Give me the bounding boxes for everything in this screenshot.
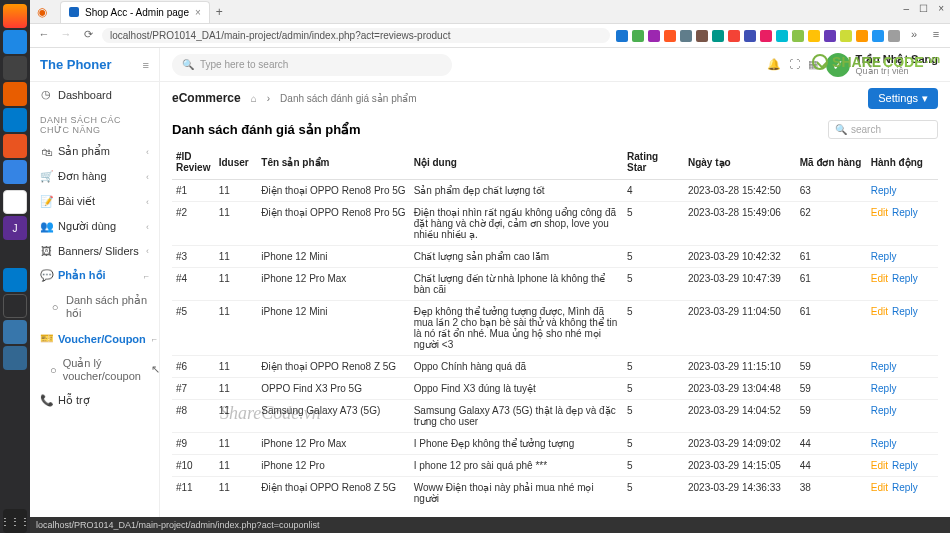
home-icon[interactable]: ⌂ — [251, 93, 257, 104]
launcher-generic-icon[interactable] — [3, 242, 27, 266]
edit-link[interactable]: Edit — [871, 460, 888, 471]
ext-icon[interactable] — [776, 30, 788, 42]
cell-product: OPPO Find X3 Pro 5G — [257, 378, 409, 400]
sidebar-item[interactable]: 🛒Đơn hàng‹ — [30, 164, 159, 189]
launcher-postgres-icon[interactable] — [3, 346, 27, 370]
ext-icon[interactable] — [616, 30, 628, 42]
th-product[interactable]: Tên sản phẩm — [257, 145, 409, 180]
launcher-jetbrains-icon[interactable]: J — [3, 216, 27, 240]
maximize-icon[interactable]: ⛶ — [789, 58, 800, 71]
edit-link[interactable]: Edit — [871, 482, 888, 493]
ext-icon[interactable] — [680, 30, 692, 42]
reply-link[interactable]: Reply — [871, 185, 897, 196]
ext-icon[interactable] — [856, 30, 868, 42]
ext-icon[interactable] — [728, 30, 740, 42]
launcher-thunderbird-icon[interactable] — [3, 30, 27, 54]
launcher-terminal-icon[interactable] — [3, 294, 27, 318]
th-content[interactable]: Nội dung — [410, 145, 623, 180]
launcher-python-icon[interactable] — [3, 320, 27, 344]
tab-close-icon[interactable]: × — [195, 7, 201, 18]
edit-link[interactable]: Edit — [871, 306, 888, 317]
ext-icon[interactable] — [712, 30, 724, 42]
sidebar-voucher-manage[interactable]: ○ Quản lý voucher/coupon ↖ — [30, 351, 159, 388]
ext-icon[interactable] — [760, 30, 772, 42]
th-created[interactable]: Ngày tạo — [684, 145, 796, 180]
ext-icon[interactable] — [872, 30, 884, 42]
app-logo[interactable]: The Phoner — [40, 57, 112, 72]
reply-link[interactable]: Reply — [892, 482, 918, 493]
close-window-icon[interactable]: × — [938, 3, 944, 14]
launcher-apps-grid-icon[interactable]: ⋮⋮⋮ — [3, 509, 27, 533]
cell-content: I Phone Đẹp không thể tưởng tượng — [410, 433, 623, 455]
sidebar-toggle-icon[interactable]: ≡ — [143, 59, 149, 71]
sidebar-item[interactable]: 🛍Sản phẩm‹ — [30, 139, 159, 164]
notification-icon[interactable]: 🔔 — [767, 58, 781, 71]
sidebar-feedback[interactable]: 💬 Phản hồi ⌐ — [30, 263, 159, 288]
ext-icon[interactable] — [808, 30, 820, 42]
forward-icon[interactable]: → — [58, 28, 74, 44]
launcher-software-icon[interactable] — [3, 134, 27, 158]
table-row: #10 11 iPhone 12 Pro I phone 12 pro sài … — [172, 455, 938, 477]
ext-icon[interactable] — [744, 30, 756, 42]
table-search-input[interactable]: 🔍 search — [828, 120, 938, 139]
sidebar-support[interactable]: 📞 Hỗ trợ — [30, 388, 159, 413]
reload-icon[interactable]: ⟳ — [80, 28, 96, 44]
th-id[interactable]: #ID Review — [172, 145, 215, 180]
launcher-vscode-icon[interactable] — [3, 268, 27, 292]
sidebar-item[interactable]: 🖼Banners/ Sliders‹ — [30, 239, 159, 263]
ext-icon[interactable] — [840, 30, 852, 42]
sidebar-item[interactable]: 📝Bài viết‹ — [30, 189, 159, 214]
new-tab-icon[interactable]: + — [216, 5, 223, 19]
edit-link[interactable]: Edit — [871, 207, 888, 218]
ext-icon[interactable] — [648, 30, 660, 42]
launcher-files-icon[interactable] — [3, 56, 27, 80]
maximize-icon[interactable]: ☐ — [919, 3, 928, 14]
launcher-firefox-icon[interactable] — [3, 4, 27, 28]
overflow-icon[interactable]: » — [906, 28, 922, 44]
sidebar-item[interactable]: 👥Người dùng‹ — [30, 214, 159, 239]
cursor-icon: ↖ — [151, 363, 160, 376]
reply-link[interactable]: Reply — [871, 438, 897, 449]
url-input[interactable]: localhost/PRO1014_DA1/main-project/admin… — [102, 28, 610, 43]
ext-icon[interactable] — [696, 30, 708, 42]
ext-icon[interactable] — [824, 30, 836, 42]
sidebar-label: Sản phẩm — [58, 145, 110, 158]
menu-icon[interactable]: ≡ — [928, 28, 944, 44]
ext-icon[interactable] — [888, 30, 900, 42]
launcher-help-icon[interactable] — [3, 160, 27, 184]
reply-link[interactable]: Reply — [892, 460, 918, 471]
cell-user: 11 — [215, 356, 258, 378]
th-actions[interactable]: Hành động — [867, 145, 938, 180]
th-user[interactable]: Iduser — [215, 145, 258, 180]
reply-link[interactable]: Reply — [892, 207, 918, 218]
launcher-code-icon[interactable] — [3, 108, 27, 132]
edit-link[interactable]: Edit — [871, 273, 888, 284]
cell-created: 2023-03-28 15:49:06 — [684, 202, 796, 246]
firefox-menu-icon[interactable]: ◉ — [30, 5, 54, 19]
launcher-chrome-icon[interactable] — [3, 190, 27, 214]
back-icon[interactable]: ← — [36, 28, 52, 44]
settings-button[interactable]: Settings ▾ — [868, 88, 938, 109]
ext-icon[interactable] — [632, 30, 644, 42]
browser-tab[interactable]: Shop Acc - Admin page × — [60, 1, 210, 23]
sidebar-feedback-list[interactable]: ○ Danh sách phản hồi — [30, 288, 159, 326]
sidebar-voucher[interactable]: 🎫 Voucher/Coupon ⌐ — [30, 326, 159, 351]
cell-created: 2023-03-29 10:42:32 — [684, 246, 796, 268]
cell-rating: 5 — [623, 378, 684, 400]
reply-link[interactable]: Reply — [871, 405, 897, 416]
reply-link[interactable]: Reply — [871, 383, 897, 394]
ext-icon[interactable] — [792, 30, 804, 42]
reply-link[interactable]: Reply — [892, 273, 918, 284]
global-search-input[interactable]: 🔍 Type here to search — [172, 54, 452, 76]
reply-link[interactable]: Reply — [871, 251, 897, 262]
minimize-icon[interactable]: – — [904, 3, 910, 14]
launcher-app-icon[interactable] — [3, 82, 27, 106]
ext-icon[interactable] — [664, 30, 676, 42]
reply-link[interactable]: Reply — [871, 361, 897, 372]
chevron-down-icon: ▾ — [922, 92, 928, 105]
th-order[interactable]: Mã đơn hàng — [796, 145, 867, 180]
th-rating[interactable]: Rating Star — [623, 145, 684, 180]
sidebar-dashboard[interactable]: ◷ Dashboard — [30, 82, 159, 107]
reply-link[interactable]: Reply — [892, 306, 918, 317]
table-row: #4 11 iPhone 12 Pro Max Chất lượng đến t… — [172, 268, 938, 301]
